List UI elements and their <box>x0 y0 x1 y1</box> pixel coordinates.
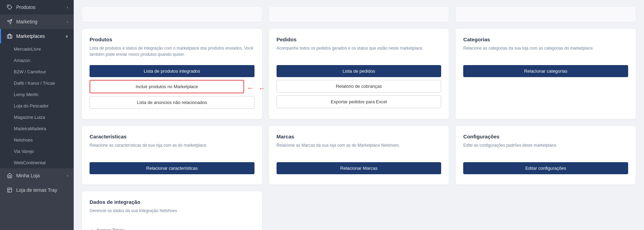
sidebar-item-via-varejo[interactable]: Via Varejo <box>0 146 74 157</box>
card-dados-title: Dados de integração <box>90 199 255 205</box>
cards-row-2: Características Relacione as característ… <box>82 126 636 185</box>
card-categorias-desc: Relacione as categorias da sua loja com … <box>463 45 628 59</box>
card-configuracoes-desc: Edite as configurações padrões deste mar… <box>463 142 628 156</box>
btn-lista-integrados[interactable]: Lista de produtos integrados <box>90 65 255 77</box>
highlighted-btn-wrapper: Incluir produtos no Marketplace ← <box>90 80 255 96</box>
sidebar-item-mercadolivre[interactable]: MercadoLivre <box>0 43 74 55</box>
cards-row-3: Dados de integração Gerencie os dados da… <box>82 191 636 230</box>
card-categorias-title: Categorias <box>463 36 628 42</box>
bullet-item-0: Access-Token, <box>96 228 255 230</box>
chevron-right-icon-3: › <box>67 174 68 178</box>
card-configuracoes-title: Configurações <box>463 134 628 139</box>
card-marcas-desc: Relacione as Marcas da sua loja com as d… <box>277 142 442 156</box>
sidebar-item-magazine[interactable]: Magazine Luiza <box>0 112 74 123</box>
sidebar-item-madeira[interactable]: MadeiraMadeira <box>0 123 74 134</box>
sidebar-item-marketing-label: Marketing <box>16 19 63 24</box>
sidebar-item-loja-temas[interactable]: Loja de temas Tray <box>0 183 74 197</box>
card-dados-integracao: Dados de integração Gerencie os dados da… <box>82 191 262 230</box>
card-pedidos-title: Pedidos <box>277 36 442 42</box>
sidebar-item-amazon[interactable]: Amazon <box>0 55 74 66</box>
btn-incluir-marketplace[interactable]: Incluir produtos no Marketplace <box>90 80 244 93</box>
card-pedidos-desc: Acompanhe todos os pedidos gerados e os … <box>277 45 442 59</box>
marketplaces-submenu: MercadoLivre Amazon B2W / Carrefour Dafi… <box>0 43 74 168</box>
card-dados-desc: Gerencie os dados da sua Integração Nets… <box>90 208 255 221</box>
sidebar-item-loja-temas-label: Loja de temas Tray <box>16 187 68 193</box>
tag-icon <box>7 4 13 10</box>
svg-rect-2 <box>8 188 12 192</box>
sidebar-item-minha-loja[interactable]: Minha Loja › <box>0 168 74 183</box>
btn-lista-nao-relacionados[interactable]: Lista de anúncios não relacionados <box>90 96 255 109</box>
btn-relatorio-cobracas[interactable]: Relatório de cobranças <box>277 80 442 93</box>
chevron-right-icon-2: › <box>67 20 68 24</box>
sidebar-item-marketing[interactable]: Marketing › <box>0 14 74 29</box>
card-caracteristicas: Características Relacione as característ… <box>82 126 262 185</box>
home-icon <box>7 172 13 179</box>
sidebar-item-marketplaces[interactable]: Marketplaces ∨ <box>0 29 74 43</box>
chevron-down-icon: ∨ <box>65 34 68 39</box>
sidebar: Produtos › Marketing › Marketplaces ∨ Me… <box>0 0 74 230</box>
sidebar-item-loja-pescador[interactable]: Loja do Pescador <box>0 100 74 112</box>
btn-relacionar-categorias[interactable]: Relacionar categorias <box>463 65 628 77</box>
sidebar-item-leroy[interactable]: Leroy Merlin <box>0 89 74 100</box>
svg-rect-1 <box>7 35 12 38</box>
card-caracteristicas-desc: Relacione as características da sua loja… <box>90 142 255 156</box>
btn-relacionar-caracteristicas[interactable]: Relacionar características <box>90 162 255 174</box>
partial-card-1 <box>82 7 262 22</box>
sidebar-item-marketplaces-label: Marketplaces <box>16 33 62 39</box>
sidebar-item-b2w[interactable]: B2W / Carrefour <box>0 66 74 77</box>
card-produtos-desc: Lista de produtos e status de integração… <box>90 45 255 59</box>
card-caracteristicas-title: Características <box>90 134 255 139</box>
sidebar-item-minha-loja-label: Minha Loja <box>16 173 63 178</box>
megaphone-icon <box>7 19 13 25</box>
sidebar-item-dafiti[interactable]: Dafiti / Kanui / Tricae <box>0 77 74 89</box>
main-content: Produtos Lista de produtos e status de i… <box>74 0 644 230</box>
btn-exportar-pedidos[interactable]: Exportar pedidos para Excel <box>277 95 442 108</box>
sidebar-item-produtos[interactable]: Produtos › <box>0 0 74 14</box>
store-icon <box>7 33 13 39</box>
chevron-right-icon: › <box>67 5 68 9</box>
cards-row-1: Produtos Lista de produtos e status de i… <box>82 29 636 119</box>
top-partial-row <box>82 7 636 22</box>
btn-relacionar-marcas[interactable]: Relacionar Marcas <box>277 162 442 174</box>
arrow-icon: ← <box>247 84 255 93</box>
card-pedidos: Pedidos Acompanhe todos os pedidos gerad… <box>269 29 449 119</box>
themes-icon <box>7 187 13 193</box>
card-produtos-title: Produtos <box>90 36 255 42</box>
btn-editar-configuracoes[interactable]: Editar configurações <box>463 162 628 174</box>
card-marcas-title: Marcas <box>277 134 442 139</box>
sidebar-item-netshoes[interactable]: Netshoes <box>0 134 74 146</box>
btn-lista-pedidos[interactable]: Lista de pedidos <box>277 65 442 77</box>
card-produtos: Produtos Lista de produtos e status de i… <box>82 29 262 119</box>
card-configuracoes: Configurações Edite as configurações pad… <box>456 126 636 185</box>
bullet-list: Access-Token, <box>96 228 255 230</box>
card-categorias: Categorias Relacione as categorias da su… <box>456 29 636 119</box>
sidebar-item-webcontinental[interactable]: WebContinental <box>0 157 74 168</box>
svg-point-0 <box>8 6 9 6</box>
partial-card-2 <box>269 7 449 22</box>
sidebar-item-produtos-label: Produtos <box>16 4 63 10</box>
card-marcas: Marcas Relacione as Marcas da sua loja c… <box>269 126 449 185</box>
partial-card-3 <box>456 7 636 22</box>
